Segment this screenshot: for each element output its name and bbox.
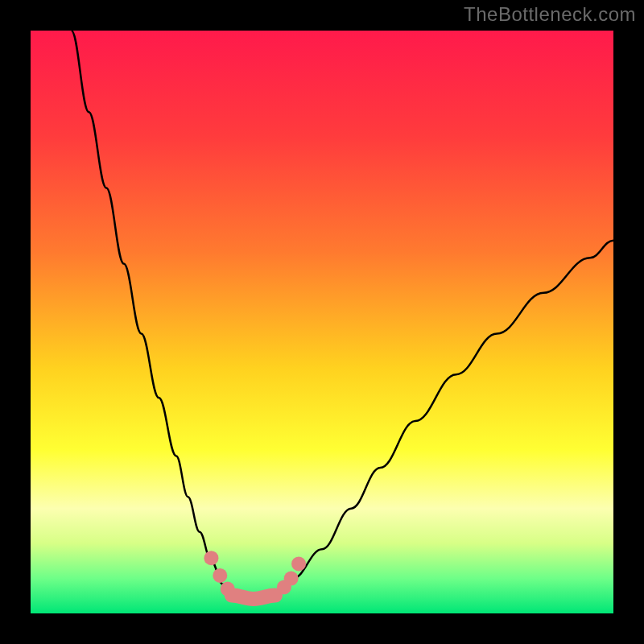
- curve-layer: [31, 31, 613, 613]
- attribution-text: TheBottleneck.com: [464, 3, 636, 26]
- marker-dot: [284, 572, 299, 586]
- chart-frame: TheBottleneck.com: [0, 0, 644, 644]
- curve-left-branch: [72, 31, 232, 596]
- curve-right-branch: [275, 241, 613, 597]
- marker-dot: [221, 582, 235, 597]
- marker-bottom-run: [232, 596, 275, 599]
- marker-dot: [213, 568, 227, 583]
- marker-dots-group: [204, 551, 306, 596]
- plot-area: [31, 31, 613, 613]
- marker-dot: [204, 551, 218, 565]
- marker-dot: [291, 556, 306, 571]
